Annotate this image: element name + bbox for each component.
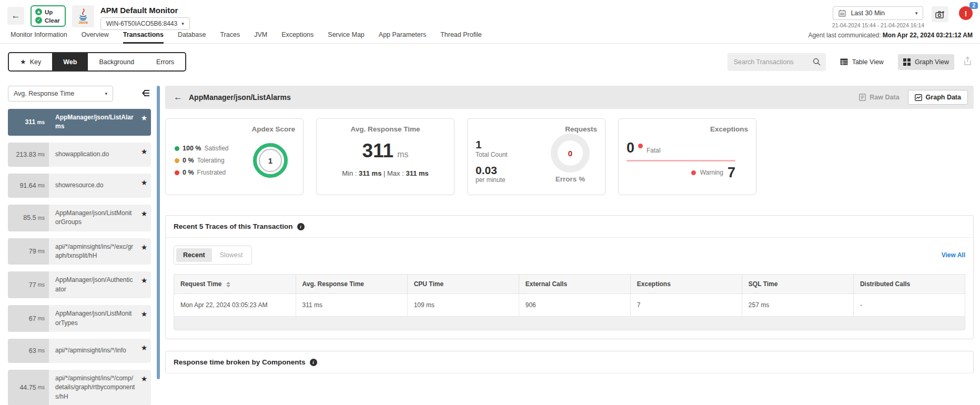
transaction-title: AppManager/json/ListAlarms [189,93,291,102]
exceptions-card: Exceptions 0 Fatal Warning 7 [618,118,756,195]
view-all-link[interactable]: View All [942,251,965,259]
col-avg-response-time[interactable]: Avg. Response Time [296,275,407,294]
camera-plus-icon [935,11,945,18]
col-external-calls[interactable]: External Calls [519,275,630,294]
transaction-list-item[interactable]: 85.5ms AppManager/json/ListMonitorGroups… [8,205,151,231]
exceptions-card-title: Exceptions [710,125,748,133]
col-cpu-time[interactable]: CPU Time [407,275,519,294]
transaction-header-bar: ← AppManager/json/ListAlarms Raw Data [165,86,974,109]
raw-data-icon [859,94,866,101]
graph-view-button[interactable]: Graph View [898,54,954,70]
search-icon[interactable] [813,58,821,66]
subtab-background-label: Background [99,58,134,66]
alarms-indicator[interactable]: ! 2 [959,6,973,20]
raw-data-button[interactable]: Raw Data [853,90,905,104]
transaction-list-item[interactable]: 63ms api/*/apminsight/ins/*/info ★ [8,339,151,363]
table-view-button[interactable]: Table View [835,54,889,70]
tab-database[interactable]: Database [178,31,206,43]
avg-response-value: 311 [362,140,393,161]
export-button[interactable] [963,56,972,67]
response-time-value: 63 [29,347,36,355]
star-icon[interactable]: ★ [137,143,151,167]
transaction-name: AppManager/json/ListMonitorTypes [49,305,137,332]
star-icon[interactable]: ★ [137,271,151,298]
table-view-icon [840,58,848,65]
response-time-value: 67 [29,315,36,322]
apdex-frustrated: 0 % Frustrated [175,169,228,176]
recent-traces-section: Recent 5 Traces of this Transaction i Re… [165,215,974,339]
min-max-response: Min : 311 ms | Max : 311 ms [342,169,429,177]
back-to-list-button[interactable]: ← [174,92,183,103]
transaction-list-item[interactable]: 79ms api/*/apminsight/ins/*/exc/graph/tx… [8,238,151,265]
tab-thread-profile[interactable]: Thread Profile [440,31,482,43]
tab-app-parameters[interactable]: App Parameters [379,31,426,43]
transaction-list-item[interactable]: 311ms AppManager/json/ListAlarms ★ [8,109,151,136]
cell-exceptions: 7 [630,294,742,317]
tab-transactions[interactable]: Transactions [123,31,164,44]
min-value: 311 ms [359,169,381,177]
metric-filter-dropdown[interactable]: Avg. Response Time ▾ [8,86,113,102]
graph-data-icon [915,94,922,101]
star-icon[interactable]: ★ [137,238,151,265]
star-icon[interactable]: ★ [137,109,151,136]
slowest-button[interactable]: Slowest [213,248,250,262]
agent-value: Mon Apr 22, 2024 03:21:12 AM [883,32,973,39]
monitor-host-dropdown[interactable]: WIN-6T50IACO5B6:8443 ▾ [100,17,190,30]
star-icon[interactable]: ★ [137,205,151,231]
back-button[interactable]: ← [7,7,24,25]
info-icon[interactable]: i [310,359,317,366]
col-distributed-calls[interactable]: Distributed Calls [853,275,965,294]
transaction-list-item[interactable]: 67ms AppManager/json/ListMonitorTypes ★ [8,305,151,332]
tab-jvm[interactable]: JVM [254,31,267,43]
subtab-errors-label: Errors [156,58,174,66]
tab-exceptions[interactable]: Exceptions [281,31,314,43]
transaction-list-item[interactable]: 44.75ms api/*/apminsight/ins/*/comp/deta… [8,370,151,405]
search-input[interactable] [734,58,813,66]
agent-label: Agent last communicated: [808,32,881,39]
screenshot-button[interactable] [932,6,948,22]
monitor-host-value: WIN-6T50IACO5B6:8443 [106,20,177,27]
response-time-value: 91.64 [19,182,36,189]
graph-data-label: Graph Data [926,94,961,101]
transaction-name: api/*/apminsight/ins/*/comp/details/grap… [49,370,137,405]
transaction-list-item[interactable]: 213.83ms showapplication.do ★ [8,143,151,167]
max-value: 311 ms [406,169,428,177]
errors-value: 0 [568,149,572,158]
star-icon[interactable]: ★ [137,370,151,405]
col-request-time[interactable]: Request Time [174,275,296,294]
traces-table: Request Time Avg. Response Time CPU Time… [174,274,965,317]
java-icon: Java [76,8,90,24]
transaction-list: 311ms AppManager/json/ListAlarms ★ 213.8… [8,109,151,405]
cell-avg-response-time: 311 ms [296,294,407,317]
tab-traces[interactable]: Traces [220,31,240,43]
subtab-background[interactable]: Background [88,53,145,70]
star-icon[interactable]: ★ [137,339,151,363]
collapse-list-button[interactable] [138,88,151,100]
metric-filter-value: Avg. Response Time [14,90,74,97]
transaction-list-item[interactable]: 91.64ms showresource.do ★ [8,174,151,198]
time-range-dropdown[interactable]: Last 30 Min ▾ [833,6,923,20]
star-icon[interactable]: ★ [137,174,151,198]
response-time-value: 213.83 [16,151,36,158]
sidebar-scrollbar[interactable] [157,86,160,379]
table-row[interactable]: Mon Apr 22, 2024 03:05:23 AM 311 ms 109 … [174,294,965,317]
recent-button[interactable]: Recent [176,248,212,262]
col-exceptions[interactable]: Exceptions [630,275,742,294]
max-label: Max : [387,169,404,177]
recent-slowest-toggle: Recent Slowest [174,246,252,265]
tab-monitor-information[interactable]: Monitor Information [11,31,67,43]
tab-overview[interactable]: Overview [82,31,109,43]
cell-request-time[interactable]: Mon Apr 22, 2024 03:05:23 AM [174,294,296,317]
apdex-score-value: 1 [259,149,282,172]
tab-service-map[interactable]: Service Map [328,31,364,43]
subtab-web[interactable]: Web [52,53,88,70]
response-time-unit: ms [38,248,45,254]
graph-data-button[interactable]: Graph Data [908,90,968,105]
info-icon[interactable]: i [297,223,305,230]
transaction-list-item[interactable]: 77ms AppManager/json/Authenticator ★ [8,271,151,298]
cell-distributed-calls: - [853,294,965,317]
col-sql-time[interactable]: SQL Time [742,275,853,294]
subtab-errors[interactable]: Errors [145,53,185,70]
star-icon[interactable]: ★ [137,305,151,332]
subtab-key[interactable]: ★ Key [9,53,52,70]
